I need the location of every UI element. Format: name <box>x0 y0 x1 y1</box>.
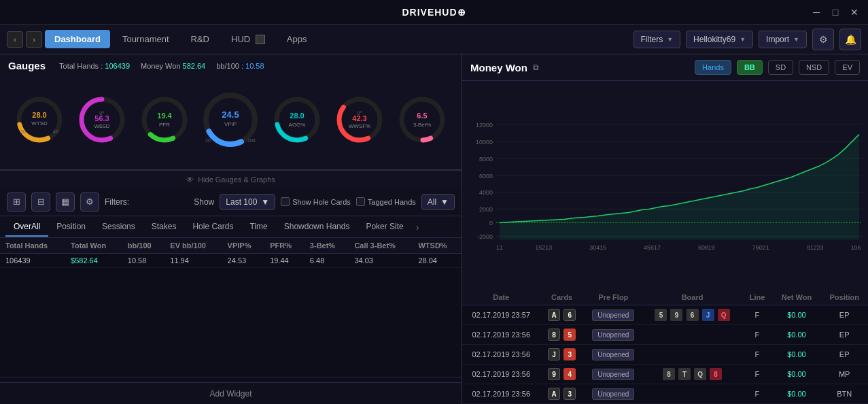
money-won-value: 582.64 <box>183 62 206 70</box>
unopened-badge: Unopened <box>592 309 634 321</box>
money-won-label: Money Won 582.64 <box>141 62 205 70</box>
table-row[interactable]: 02.17.2019 23:56 9 4 Unopened 8 T Q 8 <box>462 365 868 384</box>
svg-text:76021: 76021 <box>752 244 769 251</box>
cell-total-won: $582.64 <box>65 254 122 268</box>
cell-date: 02.17.2019 23:56 <box>462 384 540 404</box>
cell-line: F <box>742 305 772 325</box>
tab-apps[interactable]: Apps <box>277 30 317 48</box>
tab-showdown[interactable]: Showdown Hands <box>276 218 358 237</box>
nav-forward-button[interactable]: › <box>26 31 42 48</box>
cell-preflop: Unopened <box>584 345 643 365</box>
col-date: Date <box>462 290 540 305</box>
board-card: 5 <box>655 309 667 321</box>
tab-stakes[interactable]: Stakes <box>143 218 185 237</box>
tab-tournament[interactable]: Tournament <box>113 30 179 48</box>
tab-time[interactable]: Time <box>241 218 275 237</box>
table-row[interactable]: 02.17.2019 23:56 J 3 Unopened F $0.00 EP <box>462 345 868 365</box>
chart-mode-nsd[interactable]: NSD <box>799 60 829 75</box>
card-badge: A <box>548 388 560 400</box>
svg-text:11: 11 <box>496 244 503 251</box>
cell-pfr: 19.44 <box>264 254 305 268</box>
chart-mode-bb[interactable]: BB <box>737 60 763 75</box>
table-view-button[interactable]: ⊞ <box>7 192 26 212</box>
show-hole-cards-checkbox[interactable] <box>281 197 290 206</box>
cell-bb100: 10.58 <box>122 254 165 268</box>
chart-header: Money Won ⧉ Hands BB SD NSD EV <box>462 54 868 81</box>
chart-mode-sd[interactable]: SD <box>768 60 793 75</box>
close-button[interactable]: ✕ <box>848 7 861 18</box>
tab-hud[interactable]: HUD <box>222 30 275 49</box>
user-dropdown[interactable]: Hellokitty69 ▼ <box>686 31 753 48</box>
svg-text:15213: 15213 <box>535 244 552 251</box>
table-row[interactable]: 02.17.2019 23:57 A 6 Unopened 5 9 6 J <box>462 305 868 325</box>
hud-box <box>256 35 265 44</box>
tab-hole-cards[interactable]: Hole Cards <box>184 218 241 237</box>
table-row[interactable]: 02.17.2019 23:56 A 3 Unopened F $0.00 BT… <box>462 384 868 404</box>
settings-button[interactable]: ⚙ <box>812 29 834 50</box>
nav-back-button[interactable]: ‹ <box>7 31 23 48</box>
svg-text:8000: 8000 <box>479 156 493 163</box>
total-hands-label: Total Hands : 106439 <box>59 62 130 70</box>
calc-view-button[interactable]: ▦ <box>56 192 75 212</box>
cell-position: BTN <box>820 384 868 404</box>
hide-gauges-bar[interactable]: 👁 Hide Gauges & Graphs <box>0 170 462 188</box>
tab-dashboard[interactable]: Dashboard <box>45 30 110 48</box>
all-dropdown[interactable]: All ▼ <box>421 194 455 210</box>
card-badge: 5 <box>563 329 576 341</box>
unopened-badge: Unopened <box>592 329 634 341</box>
gauge-agg: 28.0 AGG% <box>270 92 324 147</box>
show-hole-cards-wrap[interactable]: Show Hole Cards <box>281 197 351 206</box>
grid-view-button[interactable]: ⊟ <box>31 192 50 212</box>
svg-text:10000: 10000 <box>476 139 493 146</box>
table-row[interactable]: 02.17.2019 23:56 8 5 Unopened F $0.00 EP <box>462 325 868 345</box>
scrollbar[interactable] <box>0 377 462 382</box>
svg-text:WTSD: WTSD <box>31 120 48 127</box>
chart-mode-ev[interactable]: EV <box>835 60 860 75</box>
svg-text:PFR: PFR <box>159 122 170 128</box>
tab-more-button[interactable]: › <box>412 222 423 233</box>
cell-total-hands: 106439 <box>0 254 65 268</box>
import-dropdown[interactable]: Import ▼ <box>759 31 807 48</box>
minimize-button[interactable]: ─ <box>810 7 823 18</box>
chart-area: 12000 10000 8000 6000 4000 2000 0 -2000 … <box>462 81 868 290</box>
cell-position: EP <box>820 305 868 325</box>
cell-preflop: Unopened <box>584 365 643 384</box>
board-card: 8 <box>710 368 722 380</box>
cell-cards: J 3 <box>540 345 584 365</box>
col-wtsd: WTSD% <box>413 238 462 254</box>
tab-sessions[interactable]: Sessions <box>94 218 143 237</box>
board-card: Q <box>694 368 706 380</box>
filter-settings-button[interactable]: ⚙ <box>80 192 99 212</box>
window-controls[interactable]: ─ □ ✕ <box>810 7 861 18</box>
notifications-button[interactable]: 🔔 <box>839 29 861 50</box>
tab-position[interactable]: Position <box>48 218 94 237</box>
svg-text:20: 20 <box>20 129 26 134</box>
cell-preflop: Unopened <box>584 384 643 404</box>
svg-text:4000: 4000 <box>479 189 493 196</box>
col-call-3bet: Call 3-Bet% <box>349 238 413 254</box>
table-row[interactable]: 106439 $582.64 10.58 11.94 24.53 19.44 6… <box>0 254 462 268</box>
right-panel: Money Won ⧉ Hands BB SD NSD EV 1200 <box>462 54 868 404</box>
maximize-button[interactable]: □ <box>829 7 842 18</box>
add-widget-label: Add Widget <box>209 389 251 399</box>
tab-overall[interactable]: OverAll <box>5 218 48 237</box>
filters-dropdown[interactable]: Filters ▼ <box>633 31 681 48</box>
tab-rd[interactable]: R&D <box>181 30 219 48</box>
add-widget-bar[interactable]: Add Widget <box>0 382 462 404</box>
show-arrow: ▼ <box>261 197 269 207</box>
card-badge: J <box>548 348 560 360</box>
cell-position: EP <box>820 345 868 365</box>
external-link-icon[interactable]: ⧉ <box>533 63 539 72</box>
chart-mode-hands[interactable]: Hands <box>695 60 731 75</box>
tagged-hands-checkbox[interactable] <box>356 197 365 206</box>
board-card: Q <box>718 309 730 321</box>
svg-text:12000: 12000 <box>476 122 493 129</box>
svg-text:30415: 30415 <box>589 244 606 251</box>
cell-date: 02.17.2019 23:57 <box>462 305 540 325</box>
left-panel: Gauges Total Hands : 106439 Money Won 58… <box>0 54 462 404</box>
svg-text:20: 20 <box>205 138 211 143</box>
cell-line: F <box>742 325 772 345</box>
tab-poker-site[interactable]: Poker Site <box>358 218 411 237</box>
show-dropdown[interactable]: Last 100 ▼ <box>220 194 275 210</box>
svg-text:0: 0 <box>489 220 493 226</box>
